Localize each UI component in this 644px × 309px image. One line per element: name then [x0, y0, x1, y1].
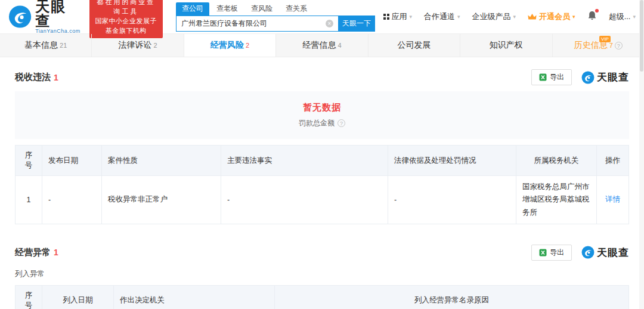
cell-publish-date: - [42, 176, 102, 224]
vip-badge: VIP [599, 36, 611, 42]
search-input[interactable] [176, 16, 338, 32]
section-title: 税收违法 [15, 72, 51, 83]
abnormal-operation-table: 序号 列入日期 作出决定机关 列入经营异常名录原因 1 2024-07-09 广… [15, 285, 629, 309]
tab-intellectual-property[interactable]: 知识产权 [460, 34, 552, 57]
no-data-message: 暂无数据 [303, 102, 341, 113]
watermark-label: 天眼查 [597, 70, 629, 84]
nav-account[interactable]: 超级... ▾ [609, 11, 636, 22]
cell-case-nature: 税收异常非正常户 [102, 176, 221, 224]
scrollbar[interactable] [639, 0, 644, 309]
nav-enterprise-label: 企业级产品 [472, 11, 511, 22]
col-reason: 列入经营异常名录原因 [275, 285, 629, 309]
banner-line1: 都在用的商业查询工具 [94, 0, 158, 17]
table-header-row: 序号 发布日期 案件性质 主要违法事实 法律依据及处理处罚情况 所属税务机关 操… [16, 146, 629, 176]
search-area: 查公司 查老板 查风险 查关系 天眼一下 [176, 2, 375, 32]
main-content: 税收违法 1 导出 天眼查 暂无数据 罚款总金额 [0, 69, 644, 309]
clear-icon[interactable] [326, 20, 333, 27]
section-title: 经营异常 [15, 247, 51, 258]
col-action: 操作 [597, 146, 629, 176]
header: 天眼查 TianYanCha.com 都在用的商业查询工具 国家中小企业发展子基… [0, 0, 644, 33]
nav-account-label: 超级... [609, 11, 631, 22]
tax-violation-section-header: 税收违法 1 导出 天眼查 [15, 69, 629, 85]
top-nav: 应用 ▾ 合作通道 ▾ 企业级产品 ▾ 开通会员 ▾ 超级... ▾ [383, 11, 636, 23]
detail-link[interactable]: 详情 [605, 195, 620, 203]
export-button[interactable]: 导出 [531, 245, 572, 261]
chevron-down-icon: ▾ [633, 14, 636, 20]
search-button[interactable]: 天眼一下 [338, 16, 375, 32]
search-tab-company[interactable]: 查公司 [176, 2, 209, 16]
tianyancha-logo-icon [581, 71, 595, 84]
cell-no: 1 [16, 176, 42, 224]
col-no: 序号 [16, 146, 42, 176]
nav-partner-label: 合作通道 [424, 11, 455, 22]
notification-dot [595, 9, 599, 13]
tab-label: 基本信息 [24, 40, 58, 51]
search-tab-relation[interactable]: 查关系 [280, 2, 313, 16]
search-tab-boss[interactable]: 查老板 [210, 2, 244, 16]
tianyancha-watermark: 天眼查 [581, 246, 629, 259]
fine-total-label: 罚款总金额 [299, 118, 335, 128]
bell-icon [587, 11, 597, 21]
logo-domain: TianYanCha.com [35, 28, 80, 34]
col-list-date: 列入日期 [42, 285, 114, 309]
nav-apps-label: 应用 [392, 11, 407, 22]
notifications-bell[interactable] [587, 11, 597, 23]
search-tab-risk[interactable]: 查风险 [245, 2, 278, 16]
col-case-nature: 案件性质 [102, 146, 221, 176]
nav-open-vip[interactable]: 开通会员 ▾ [528, 11, 575, 22]
tab-count: 21 [60, 42, 67, 49]
col-decision-authority: 作出决定机关 [114, 285, 275, 309]
tab-count: 7 [609, 42, 613, 49]
tab-count: 2 [154, 42, 157, 49]
col-no: 序号 [16, 285, 42, 309]
chevron-down-icon: ▾ [513, 14, 516, 20]
nav-open-vip-label: 开通会员 [539, 11, 570, 22]
help-icon[interactable] [338, 119, 345, 127]
help-icon[interactable] [615, 42, 623, 50]
listed-abnormal-label: 列入异常 [15, 269, 629, 279]
cell-legal-basis: - [388, 176, 516, 224]
tab-basic-info[interactable]: 基本信息 21 [0, 34, 92, 57]
export-label: 导出 [550, 72, 564, 82]
scrollbar-thumb[interactable] [640, 0, 643, 72]
banner-line2: 国家中小企业发展子基金旗下机构 [94, 17, 158, 36]
tianyancha-logo[interactable]: 天眼查 TianYanCha.com [8, 0, 81, 34]
search-tabs: 查公司 查老板 查风险 查关系 [176, 2, 375, 16]
watermark-label: 天眼查 [597, 246, 629, 259]
section-count: 1 [54, 73, 58, 82]
export-label: 导出 [550, 248, 564, 258]
nav-partner[interactable]: 合作通道 ▾ [424, 11, 460, 22]
excel-icon [539, 73, 547, 81]
tab-label: 经营信息 [302, 40, 336, 51]
chevron-down-icon: ▾ [457, 14, 460, 20]
excel-icon [539, 249, 547, 257]
tax-violation-table: 序号 发布日期 案件性质 主要违法事实 法律依据及处理处罚情况 所属税务机关 操… [15, 145, 629, 224]
nav-enterprise[interactable]: 企业级产品 ▾ [472, 11, 516, 22]
col-violation-facts: 主要违法事实 [221, 146, 388, 176]
chevron-down-icon: ▾ [572, 14, 575, 20]
tab-legal-litigation[interactable]: 法律诉讼 2 [92, 34, 184, 57]
tianyancha-logo-icon [8, 5, 32, 29]
tab-business-risk[interactable]: 经营风险 2 [184, 34, 276, 57]
tab-history-info[interactable]: VIP 历史信息 7 [553, 34, 644, 57]
cell-tax-authority: 国家税务总局广州市增城区税务局荔城税务所 [516, 176, 597, 224]
logo-title: 天眼查 [35, 0, 80, 28]
export-button[interactable]: 导出 [531, 69, 572, 85]
chevron-down-icon: ▾ [410, 14, 413, 20]
tab-label: 经营风险 [210, 40, 244, 51]
tab-business-info[interactable]: 经营信息 4 [276, 34, 368, 57]
tab-company-development[interactable]: 公司发展 [369, 34, 460, 57]
tianyancha-watermark: 天眼查 [581, 70, 629, 84]
tab-count: 4 [338, 42, 341, 49]
table-header-row: 序号 列入日期 作出决定机关 列入经营异常名录原因 [16, 285, 629, 309]
abnormal-operation-section-header: 经营异常 1 导出 天眼查 [15, 245, 629, 261]
section-count: 1 [54, 248, 58, 257]
tab-label: 知识产权 [490, 40, 523, 51]
crown-icon [528, 13, 537, 20]
col-legal-basis: 法律依据及处理处罚情况 [388, 146, 516, 176]
grid-icon [383, 14, 389, 20]
tab-count: 2 [246, 42, 249, 49]
nav-apps[interactable]: 应用 ▾ [383, 11, 412, 22]
promo-banner: 都在用的商业查询工具 国家中小企业发展子基金旗下机构 [89, 0, 163, 38]
no-data-panel: 暂无数据 罚款总金额 [15, 91, 629, 139]
